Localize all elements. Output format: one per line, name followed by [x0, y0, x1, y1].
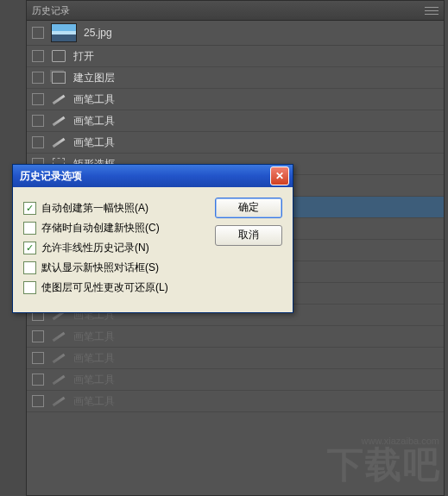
history-label: 画笔工具	[73, 114, 115, 129]
history-checkbox[interactable]	[32, 374, 44, 386]
option-row: 存储时自动创建新快照(C)	[23, 221, 203, 235]
option-row: 默认显示新快照对话框(S)	[23, 261, 203, 275]
dialog-titlebar[interactable]: 历史记录选项 ✕	[13, 165, 293, 187]
snapshot-filename: 25.jpg	[84, 27, 112, 39]
history-label: 画笔工具	[73, 351, 115, 366]
brush-icon	[51, 91, 66, 107]
snapshot-thumbnail	[51, 23, 77, 42]
close-icon[interactable]: ✕	[270, 166, 289, 185]
option-checkbox[interactable]	[23, 222, 36, 235]
cancel-button[interactable]: 取消	[215, 225, 282, 246]
history-row[interactable]: 画笔工具	[27, 132, 444, 154]
history-checkbox[interactable]	[32, 136, 44, 148]
history-checkbox[interactable]	[32, 93, 44, 105]
options-group: 自动创建第一幅快照(A)存储时自动创建新快照(C)允许非线性历史记录(N)默认显…	[23, 196, 203, 300]
option-checkbox[interactable]	[23, 261, 36, 274]
option-label: 允许非线性历史记录(N)	[41, 241, 149, 255]
history-label: 建立图层	[73, 71, 115, 85]
layer-icon	[51, 70, 66, 85]
panel-header: 历史记录	[27, 1, 444, 21]
option-row: 自动创建第一幅快照(A)	[23, 201, 203, 216]
open-icon	[51, 48, 66, 64]
history-checkbox[interactable]	[32, 395, 44, 407]
option-label: 自动创建第一幅快照(A)	[41, 201, 148, 216]
brush-icon	[51, 393, 66, 409]
history-label: 画笔工具	[73, 373, 115, 387]
snapshot-row[interactable]: 25.jpg	[27, 21, 444, 46]
option-checkbox[interactable]	[23, 242, 36, 254]
brush-icon	[51, 113, 66, 129]
history-label: 打开	[73, 49, 94, 64]
history-row[interactable]: 打开	[27, 46, 444, 67]
brush-icon	[51, 329, 66, 344]
history-row[interactable]: 建立图层	[27, 67, 444, 89]
history-label: 画笔工具	[73, 92, 115, 107]
option-label: 使图层可见性更改可还原(L)	[41, 280, 168, 295]
dialog-title: 历史记录选项	[16, 169, 82, 184]
brush-icon	[51, 350, 66, 366]
history-row[interactable]: 画笔工具	[27, 348, 444, 369]
brush-icon	[51, 372, 66, 387]
option-checkbox[interactable]	[23, 281, 36, 294]
history-checkbox[interactable]	[32, 352, 44, 364]
brush-icon	[51, 135, 66, 150]
history-row[interactable]: 画笔工具	[27, 391, 444, 412]
panel-menu-icon[interactable]	[425, 5, 439, 16]
history-row[interactable]: 画笔工具	[27, 326, 444, 348]
option-row: 使图层可见性更改可还原(L)	[23, 280, 203, 295]
history-options-dialog: 历史记录选项 ✕ 自动创建第一幅快照(A)存储时自动创建新快照(C)允许非线性历…	[12, 164, 293, 313]
history-label: 画笔工具	[73, 135, 115, 150]
ok-button[interactable]: 确定	[215, 198, 282, 218]
history-checkbox[interactable]	[32, 115, 44, 127]
history-checkbox[interactable]	[32, 72, 44, 84]
history-checkbox[interactable]	[32, 330, 44, 342]
snapshot-checkbox[interactable]	[32, 27, 44, 39]
history-label: 画笔工具	[73, 394, 115, 409]
option-row: 允许非线性历史记录(N)	[23, 241, 203, 255]
history-row[interactable]: 画笔工具	[27, 110, 444, 132]
history-label: 画笔工具	[73, 330, 115, 344]
history-row[interactable]: 画笔工具	[27, 89, 444, 110]
option-label: 默认显示新快照对话框(S)	[41, 261, 159, 275]
panel-title: 历史记录	[32, 4, 70, 17]
history-row[interactable]: 画笔工具	[27, 369, 444, 391]
option-checkbox[interactable]	[23, 202, 36, 215]
history-checkbox[interactable]	[32, 50, 44, 62]
option-label: 存储时自动创建新快照(C)	[41, 221, 160, 235]
